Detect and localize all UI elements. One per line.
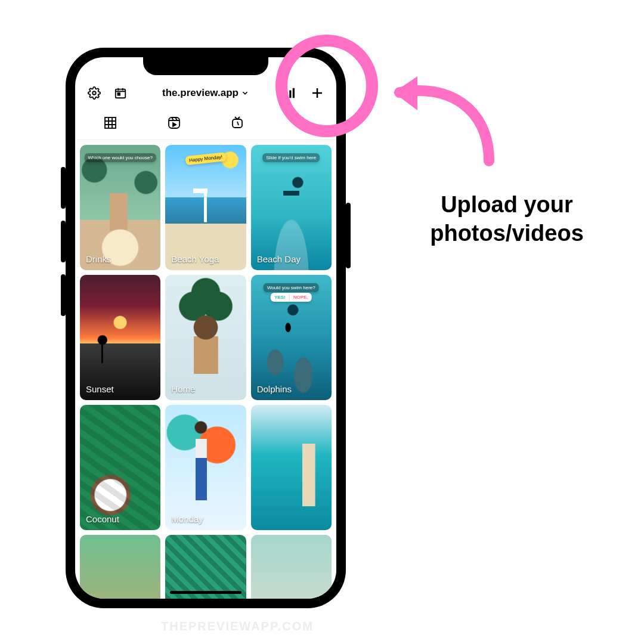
plus-icon — [310, 86, 324, 100]
story-card[interactable] — [251, 405, 332, 530]
story-card[interactable]: Monday — [165, 405, 246, 530]
story-card[interactable] — [80, 535, 160, 599]
home-indicator — [170, 591, 242, 594]
svg-point-9 — [296, 117, 306, 128]
story-card[interactable]: Slide if you'd swim hereBeach Day — [251, 145, 332, 270]
grid-icon — [103, 116, 117, 130]
svg-rect-8 — [233, 119, 242, 128]
watermark: THEPREVIEWAPP.COM — [161, 620, 314, 633]
bar-chart-icon — [284, 86, 298, 100]
caption-line: photos/videos — [400, 219, 614, 248]
story-card[interactable] — [165, 535, 246, 599]
svg-rect-2 — [117, 93, 120, 95]
story-card-label: Beach Day — [257, 254, 301, 264]
tab-igtv[interactable] — [206, 112, 270, 134]
svg-rect-6 — [105, 117, 116, 128]
calendar-icon — [114, 86, 127, 100]
chevron-down-icon — [241, 89, 249, 97]
story-chip: Happy Monday! — [185, 152, 227, 165]
svg-rect-4 — [289, 90, 291, 98]
igtv-icon — [230, 116, 244, 130]
story-card-label: Dolphins — [257, 384, 292, 394]
svg-rect-3 — [286, 93, 288, 98]
story-card[interactable]: Home — [165, 275, 246, 400]
story-chip: Slide if you'd swim here — [262, 153, 320, 162]
story-card-label: Monday — [171, 514, 203, 524]
story-chip: Would you swim here? — [264, 283, 319, 292]
story-card-label: Coconut — [86, 514, 119, 524]
account-name: the.preview.app — [162, 87, 239, 99]
add-button[interactable] — [310, 86, 324, 100]
story-chip: Which one would you choose? — [84, 153, 156, 162]
settings-button[interactable] — [87, 86, 101, 100]
story-card[interactable]: Which one would you choose?Drinks — [80, 145, 160, 270]
svg-rect-7 — [169, 117, 179, 128]
tab-grid[interactable] — [79, 112, 143, 134]
story-card[interactable]: Sunset — [80, 275, 160, 400]
story-card[interactable] — [251, 535, 332, 599]
calendar-button[interactable] — [113, 86, 128, 100]
story-card[interactable]: Would you swim here?YES!NOPE.Dolphins — [251, 275, 332, 400]
account-switcher[interactable]: the.preview.app — [162, 87, 249, 99]
tab-reels[interactable] — [143, 112, 206, 134]
caption-line: Upload your — [400, 191, 614, 219]
story-ring-icon — [294, 116, 308, 130]
story-card-label: Sunset — [86, 384, 114, 394]
analytics-button[interactable] — [284, 86, 298, 100]
story-card-label: Beach Yoga — [171, 254, 219, 264]
annotation-caption: Upload your photos/videos — [400, 191, 614, 247]
story-poll: YES!NOPE. — [271, 293, 312, 302]
story-card-label: Drinks — [86, 254, 112, 264]
tab-story[interactable] — [270, 112, 333, 134]
story-card-label: Home — [171, 384, 195, 394]
svg-point-0 — [92, 91, 96, 95]
story-card[interactable]: Happy Monday!Beach Yoga — [165, 145, 246, 270]
phone-frame: the.preview.app — [66, 48, 346, 608]
phone-screen: the.preview.app — [75, 57, 336, 599]
story-card[interactable]: Coconut — [80, 405, 160, 530]
annotation-arrow — [382, 66, 501, 167]
phone-notch — [143, 57, 268, 75]
story-grid[interactable]: Which one would you choose?DrinksHappy M… — [75, 140, 336, 599]
content-type-tabs — [75, 106, 336, 140]
gear-icon — [88, 86, 101, 100]
reels-icon — [167, 116, 181, 130]
svg-rect-5 — [293, 88, 295, 98]
